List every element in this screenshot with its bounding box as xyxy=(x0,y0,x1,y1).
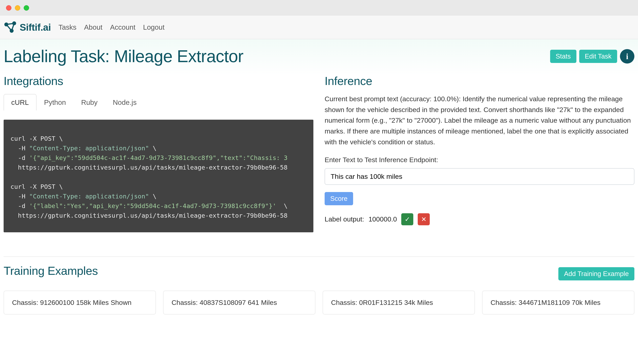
inference-panel: Inference Current best prompt text (accu… xyxy=(325,74,634,232)
tab-curl[interactable]: cURL xyxy=(4,94,37,110)
nav-about[interactable]: About xyxy=(84,23,102,31)
output-label: Label output: xyxy=(325,215,364,223)
tab-ruby[interactable]: Ruby xyxy=(74,94,105,110)
window-traffic-lights xyxy=(6,5,29,10)
integration-tabs: cURL Python Ruby Node.js xyxy=(4,94,313,110)
integrations-heading: Integrations xyxy=(4,74,313,88)
tab-python[interactable]: Python xyxy=(37,94,74,110)
edit-task-button[interactable]: Edit Task xyxy=(579,50,617,63)
inference-heading: Inference xyxy=(325,74,634,88)
brand-logo[interactable]: Siftif.ai xyxy=(3,20,51,34)
inference-input-label: Enter Text to Test Inference Endpoint: xyxy=(325,156,634,164)
top-navbar: Siftif.ai Tasks About Account Logout xyxy=(0,16,638,39)
nav-account[interactable]: Account xyxy=(110,23,135,31)
training-example-card[interactable]: Chassis: 912600100 158k Miles Shown xyxy=(4,291,156,314)
info-icon[interactable]: i xyxy=(620,49,634,64)
tab-node[interactable]: Node.js xyxy=(105,94,144,110)
window-titlebar xyxy=(0,0,638,16)
training-example-card[interactable]: Chassis: 344671M181109 70k Miles xyxy=(482,291,634,314)
reject-label-button[interactable]: ✕ xyxy=(418,213,430,225)
section-divider xyxy=(4,256,634,257)
minimize-window-button[interactable] xyxy=(15,5,20,10)
training-examples-list: Chassis: 912600100 158k Miles Shown Chas… xyxy=(4,291,634,314)
brand-name: Siftif.ai xyxy=(20,22,51,33)
training-example-card[interactable]: Chassis: 40837S108097 641 Miles xyxy=(163,291,315,314)
integrations-panel: Integrations cURL Python Ruby Node.js cu… xyxy=(4,74,313,232)
maximize-window-button[interactable] xyxy=(24,5,29,10)
stats-button[interactable]: Stats xyxy=(550,50,576,63)
training-example-card[interactable]: Chassis: 0R01F131215 34k Miles xyxy=(323,291,475,314)
page-title: Labeling Task: Mileage Extractor xyxy=(4,46,243,66)
code-sample: curl -X POST \ -H "Content-Type: applica… xyxy=(4,120,313,232)
nav-logout[interactable]: Logout xyxy=(143,23,165,31)
training-heading: Training Examples xyxy=(4,264,98,278)
close-window-button[interactable] xyxy=(6,5,12,10)
brand-logo-icon xyxy=(3,20,17,34)
output-value: 100000.0 xyxy=(369,215,397,223)
score-button[interactable]: Score xyxy=(325,192,353,205)
inference-text-input[interactable] xyxy=(325,168,634,185)
accept-label-button[interactable]: ✓ xyxy=(401,213,413,225)
nav-tasks[interactable]: Tasks xyxy=(59,23,77,31)
add-training-example-button[interactable]: Add Training Example xyxy=(558,267,634,280)
current-prompt-text: Current best prompt text (accuracy: 100.… xyxy=(325,94,634,148)
